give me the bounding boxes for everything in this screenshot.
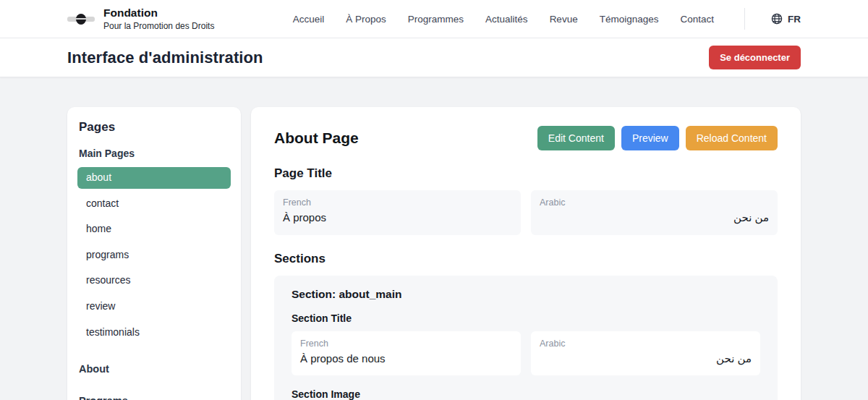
sidebar-page-list: about contact home programs resources re… [77,167,231,343]
sidebar-group-main-pages: Main Pages [79,148,229,159]
page-title: Interface d'administration [67,48,263,67]
language-switcher[interactable]: FR [771,13,801,25]
foundation-logo-icon [67,9,95,28]
section-name: Section: about_main [292,288,760,301]
page-title-french-field[interactable]: French À propos [274,190,521,235]
french-label: French [283,197,512,208]
sidebar-title: Pages [79,120,229,135]
section-title-french-field[interactable]: French À propos de nous [292,331,521,375]
pages-sidebar: Pages Main Pages about contact home prog… [67,107,241,400]
globe-icon [771,13,783,25]
content-area: Pages Main Pages about contact home prog… [0,77,868,400]
brand[interactable]: Fondation Pour la Promotion des Droits [67,7,214,32]
nav-link-contact[interactable]: Contact [680,14,714,25]
panel-title: About Page [274,129,359,147]
arabic-value: من نحن [540,352,752,365]
arabic-label: Arabic [540,339,752,349]
brand-tagline: Pour la Promotion des Droits [103,21,214,31]
about-page-panel: About Page Edit Content Preview Reload C… [251,107,801,400]
logout-button[interactable]: Se déconnecter [709,46,801,69]
sidebar-item-programs[interactable]: programs [77,244,231,266]
page-title-fields: French À propos Arabic من نحن [274,190,778,235]
page-title-arabic-field[interactable]: Arabic من نحن [531,190,778,235]
language-label: FR [788,14,801,25]
french-value: À propos de nous [300,352,512,365]
section-about-main-card: Section: about_main Section Title French… [274,276,778,400]
preview-button[interactable]: Preview [621,126,679,150]
brand-name: Fondation [103,7,214,20]
sidebar-item-home[interactable]: home [77,218,231,240]
page-title-heading: Page Title [274,166,778,181]
nav-link-temoignages[interactable]: Témoignages [600,14,659,25]
main-nav: Accueil À Propos Programmes Actualités R… [293,8,801,30]
nav-divider [744,8,745,30]
panel-header: About Page Edit Content Preview Reload C… [274,126,778,150]
french-label: French [300,339,512,349]
brand-text: Fondation Pour la Promotion des Droits [103,7,214,32]
french-value: À propos [283,211,512,224]
nav-link-accueil[interactable]: Accueil [293,14,325,25]
section-title-fields: French À propos de nous Arabic من نحن [292,331,760,375]
sidebar-item-review[interactable]: review [77,296,231,318]
sidebar-item-testimonials[interactable]: testimonials [77,322,231,344]
nav-link-actualites[interactable]: Actualités [485,14,528,25]
edit-content-button[interactable]: Edit Content [537,126,615,150]
reload-content-button[interactable]: Reload Content [686,126,778,150]
arabic-label: Arabic [540,197,769,208]
section-title-heading: Section Title [292,312,760,324]
sidebar-section-programs[interactable]: Programs [79,395,229,400]
sidebar-item-about[interactable]: about [77,167,231,189]
section-title-arabic-field[interactable]: Arabic من نحن [531,331,760,375]
section-image-heading: Section Image [292,388,760,400]
sidebar-item-resources[interactable]: resources [77,270,231,292]
top-navbar: Fondation Pour la Promotion des Droits A… [0,0,868,38]
nav-link-a-propos[interactable]: À Propos [346,14,386,25]
sections-heading: Sections [274,252,778,266]
sidebar-section-about[interactable]: About [79,363,229,375]
nav-link-revue[interactable]: Revue [550,14,578,25]
admin-header: Interface d'administration Se déconnecte… [0,38,868,77]
sidebar-item-contact[interactable]: contact [77,193,231,215]
arabic-value: من نحن [540,211,769,224]
panel-actions: Edit Content Preview Reload Content [537,126,778,150]
nav-link-programmes[interactable]: Programmes [408,14,464,25]
